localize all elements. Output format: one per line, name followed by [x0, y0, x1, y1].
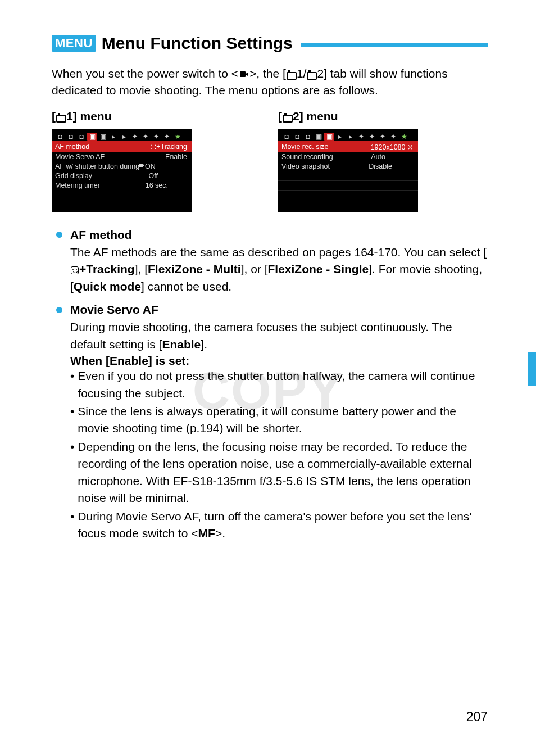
menu-item: Sound recording Auto [278, 152, 418, 162]
movie-tab-2-icon: ▣ [324, 133, 334, 141]
camera-menu-2-screenshot: ◘◘◘ ▣ ▣ ▸▸ ✦✦✦✦ ★ Movie rec. size 1920x1… [278, 129, 418, 212]
section-body: During movie shooting, the camera focuse… [70, 319, 488, 353]
face-tracking-icon [71, 266, 79, 274]
subheading: When [Enable] is set: [70, 354, 488, 368]
section-title: AF method [70, 228, 132, 242]
menu-1-heading: [1] menu [52, 110, 261, 123]
menu-item: Video snapshot Disable [278, 162, 418, 171]
bullet-list: •Even if you do not press the shutter bu… [70, 368, 488, 542]
movie-tab-1-icon: ▣ [87, 133, 97, 141]
bullet-dot-icon [56, 307, 62, 313]
menu-item: Movie Servo AF Enable [52, 152, 192, 162]
menu-2-heading: [2] menu [278, 110, 488, 123]
menu-1-column: [1] menu ◘◘◘ ▣ ▣ ▸▸ ✦✦✦✦ ★ AF method ⸬+T… [52, 110, 261, 212]
intro-text-a: When you set the power switch to < [52, 67, 238, 80]
title-accent-bar [301, 43, 488, 47]
tab-strip: ◘◘◘ ▣ ▣ ▸▸ ✦✦✦✦ ★ [278, 130, 418, 141]
list-item: •During Movie Servo AF, turn off the cam… [70, 508, 488, 542]
section-af-method: AF method The AF methods are the same as… [52, 228, 488, 295]
list-item: •Depending on the lens, the focusing noi… [70, 438, 488, 507]
menu-item: Grid display Off [52, 171, 192, 181]
section-movie-servo-af: Movie Servo AF During movie shooting, th… [52, 303, 488, 542]
bullet-dot-icon [56, 232, 62, 238]
section-title: Movie Servo AF [70, 303, 158, 316]
menu-badge: MENU [52, 35, 96, 52]
intro-paragraph: When you set the power switch to <>, the… [52, 65, 488, 99]
section-body: The AF methods are the same as described… [70, 244, 488, 295]
menu-item: Metering timer 16 sec. [52, 181, 192, 191]
camera-tab-icon [306, 70, 316, 79]
menu-item-selected: AF method ⸬+Tracking [52, 142, 192, 152]
page-number: 207 [466, 709, 488, 725]
menu-2-column: [2] menu ◘◘◘ ▣ ▣ ▸▸ ✦✦✦✦ ★ Movie rec. si… [278, 110, 488, 212]
list-item: •Since the lens is always operating, it … [70, 403, 488, 437]
camera-tab-icon [286, 70, 296, 79]
page-title: Menu Function Settings [102, 34, 293, 53]
page-title-row: MENU Menu Function Settings [52, 34, 488, 53]
movie-mode-icon [239, 69, 249, 79]
section-side-tab [528, 352, 536, 386]
menu-item-selected: Movie rec. size 1920x1080 ⤭ [278, 142, 418, 152]
camera-tab-icon [282, 113, 292, 122]
menu-item: AF w/ shutter button during ON [52, 162, 192, 171]
camera-menu-1-screenshot: ◘◘◘ ▣ ▣ ▸▸ ✦✦✦✦ ★ AF method ⸬+Tracking M… [52, 129, 192, 212]
list-item: •Even if you do not press the shutter bu… [70, 368, 488, 402]
camera-tab-icon [56, 113, 66, 122]
tab-strip: ◘◘◘ ▣ ▣ ▸▸ ✦✦✦✦ ★ [52, 130, 192, 141]
intro-text-b: >, the [ [249, 67, 286, 80]
intro-text-c: 1/ [297, 67, 307, 80]
